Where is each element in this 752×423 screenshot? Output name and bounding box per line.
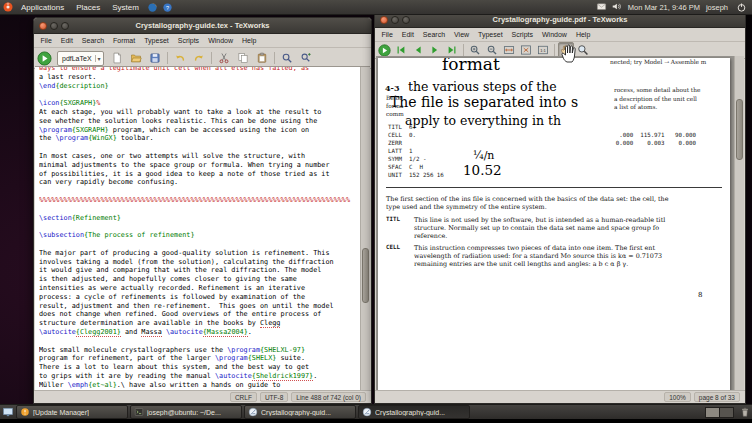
menu-scripts[interactable]: Scripts [173, 37, 203, 44]
magnified-heading: format [442, 58, 500, 74]
taskbar-item-label: Crystallography-guid... [375, 409, 445, 416]
places-menu[interactable]: Places [70, 3, 106, 12]
pdf-statusbar: 100% page 8 of 33 [375, 390, 745, 403]
cursor-position: Line 488 of 742 (col 0) [291, 392, 366, 402]
workspace-switcher[interactable] [705, 407, 734, 418]
system-menu[interactable]: System [106, 3, 145, 12]
find-icon[interactable] [278, 49, 296, 67]
pdf-viewer[interactable]: nected; try Model → Assemble m 4-3 forma… [376, 56, 744, 390]
editor-line: \program{SXGRAPH} program, which can be … [39, 126, 360, 135]
pdf-entry-line: structure. Normally set up to contain th… [414, 224, 730, 232]
pdf-entry-label: CELL [386, 244, 400, 250]
taskbar-item[interactable]: [Update Manager] [16, 405, 128, 419]
editor-line: program for refinement, part of the larg… [39, 354, 360, 363]
workspace-2[interactable] [720, 408, 733, 417]
maximize-icon[interactable] [61, 22, 69, 30]
taskbar-item[interactable]: Crystallography-guid... [358, 405, 470, 419]
editor-line: %%%%%%%%%%%%%%%%%%%%%%%%%%%%%%%%%%%%%%%%… [39, 196, 360, 205]
scrollbar-thumb[interactable] [736, 99, 743, 159]
editor-scrollbar[interactable] [360, 67, 370, 390]
close-icon[interactable] [39, 22, 47, 30]
scrollbar-thumb[interactable] [362, 248, 369, 303]
cut-icon[interactable] [215, 49, 233, 67]
editor-line: Most small molecule crystallographers us… [39, 346, 360, 355]
user-menu[interactable]: joseph [704, 3, 730, 12]
pdf-entry-line: wavelength of radiation used: for a stan… [414, 252, 730, 260]
menu-edit[interactable]: Edit [56, 37, 77, 44]
menu-file[interactable]: File [377, 31, 397, 38]
editor-line: \end{description} [39, 82, 360, 91]
pdf-code-line: SFAC C H [388, 164, 724, 170]
open-document-icon[interactable] [127, 49, 145, 67]
menu-search[interactable]: Search [418, 31, 449, 38]
pdf-page: nected; try Model → Assemble m 4-3 forma… [378, 58, 730, 390]
editor-line [39, 143, 360, 152]
volume-icon[interactable] [610, 0, 623, 13]
clock[interactable]: Mon Mar 21, 9:46 PM [628, 3, 700, 12]
taskbar-item[interactable]: Crystallography-guid... [244, 405, 356, 419]
encoding-indicator[interactable]: UTF-8 [260, 392, 288, 402]
menu-help[interactable]: Help [571, 31, 594, 38]
menu-edit[interactable]: Edit [397, 31, 418, 38]
typeset-button[interactable] [37, 51, 52, 66]
pdf-scrollbar[interactable] [734, 56, 744, 390]
editor-line: \autocite{Clegg2001} and Massa \autocite… [39, 328, 360, 337]
taskbar-item[interactable]: joseph@ubuntu: ~/De... [130, 405, 242, 419]
editor-line: it would give and comparing that with th… [39, 266, 360, 275]
magnified-line: The file is separated into s [390, 94, 578, 110]
taskbar-item-label: [Update Manager] [33, 409, 89, 416]
pdf-entry-line: reference. [414, 232, 730, 240]
editor-line: to grips with it are by reading the manu… [39, 372, 360, 381]
replace-icon[interactable] [297, 49, 315, 67]
show-desktop-icon[interactable] [1, 406, 14, 419]
editor-line: the \program{WinGX} toolbar. [39, 134, 360, 143]
trash-icon[interactable] [738, 406, 751, 419]
editor-titlebar[interactable]: Crystallography-guide.tex - TeXworks [34, 18, 371, 34]
ubuntu-logo-icon[interactable] [1, 1, 14, 14]
maximize-icon[interactable] [402, 16, 410, 24]
magnified-line: the various steps of the [408, 79, 557, 94]
zoom-level[interactable]: 100% [664, 392, 691, 402]
editor-line: Müller \emph{et~al}.\ have also written … [39, 381, 360, 390]
menu-format[interactable]: Format [109, 37, 140, 44]
close-icon[interactable] [380, 16, 388, 24]
menu-typeset[interactable]: Typeset [474, 31, 508, 38]
applications-menu[interactable]: Applications [15, 3, 70, 12]
menu-view[interactable]: View [450, 31, 474, 38]
menu-help[interactable]: Help [238, 37, 261, 44]
menu-typeset[interactable]: Typeset [140, 37, 174, 44]
menu-window[interactable]: Window [204, 37, 238, 44]
firefox-icon[interactable] [146, 1, 159, 14]
mail-icon[interactable] [595, 0, 608, 13]
power-icon[interactable] [735, 1, 748, 14]
line-ending-indicator[interactable]: CRLF [230, 392, 257, 402]
editor-line: \icon{SXGRAPH}% [39, 99, 360, 108]
new-document-icon[interactable] [108, 49, 126, 67]
menu-window[interactable]: Window [538, 31, 572, 38]
editor-line: There is a lot to learn about this syste… [39, 363, 360, 372]
minimize-icon[interactable] [50, 22, 58, 30]
help-icon[interactable]: ? [161, 1, 174, 14]
paste-icon[interactable] [253, 49, 271, 67]
editor-line: minimal adjustments to the space group o… [39, 161, 360, 170]
toolbar-separator [554, 44, 555, 56]
menu-search[interactable]: Search [77, 37, 108, 44]
toolbar-separator [211, 52, 212, 64]
typeset-format-select[interactable]: pdfLaTeX▾ [57, 51, 104, 66]
editor-text-area[interactable]: ways to ensure a legitimate unit cell wh… [35, 66, 370, 390]
workspace-1[interactable] [706, 408, 720, 417]
editor-line: \section{Refinement} [39, 214, 360, 223]
copy-icon[interactable] [234, 49, 252, 67]
editor-text[interactable]: ways to ensure a legitimate unit cell wh… [39, 66, 360, 389]
save-document-icon[interactable] [146, 49, 164, 67]
menu-scripts[interactable]: Scripts [507, 31, 537, 38]
editor-line: see whether the solution looks realistic… [39, 117, 360, 126]
editor-statusbar: CRLF UTF-8 Line 488 of 742 (col 0) [34, 390, 371, 403]
typeset-button[interactable] [378, 44, 391, 57]
undo-icon[interactable] [171, 49, 189, 67]
svg-text:?: ? [166, 4, 169, 10]
menu-file[interactable]: File [36, 37, 56, 44]
minimize-icon[interactable] [391, 16, 399, 24]
redo-icon[interactable] [190, 49, 208, 67]
editor-line: ways to ensure a legitimate unit cell wh… [39, 66, 360, 73]
